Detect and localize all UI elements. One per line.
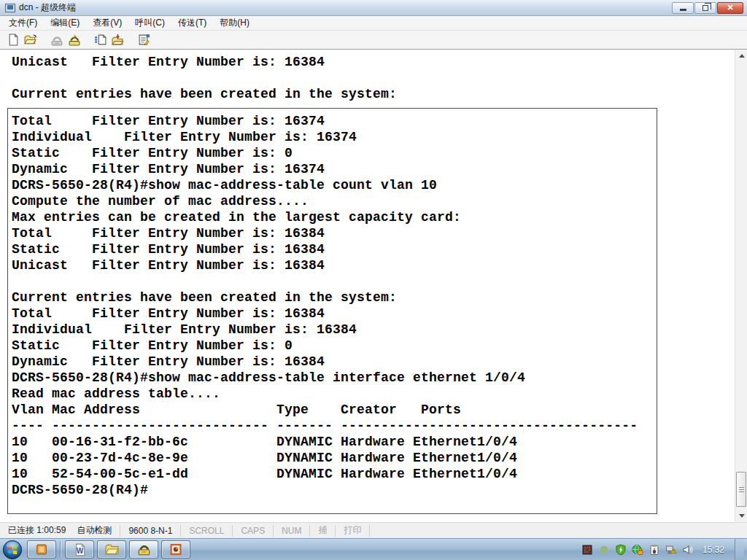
system-tray: ! 15:32 xyxy=(581,539,747,560)
terminal-line: 10 00-23-7d-4c-8e-9e DYNAMIC Hardware Et… xyxy=(12,450,657,466)
word-icon: W xyxy=(73,543,86,556)
scrollbar-thumb[interactable] xyxy=(736,472,746,507)
terminal-line: Dynamic Filter Entry Number is: 16374 xyxy=(12,161,657,177)
windows-logo-icon xyxy=(2,540,23,560)
terminal-line: Total Filter Entry Number is: 16384 xyxy=(12,306,657,322)
status-caps: CAPS xyxy=(233,525,274,537)
status-capture: 捕 xyxy=(310,525,336,537)
menu-bar: 文件(F) 编辑(E) 查看(V) 呼叫(C) 传送(T) 帮助(H) xyxy=(0,16,747,31)
terminal-line: Static Filter Entry Number is: 16384 xyxy=(12,241,657,257)
properties-button[interactable] xyxy=(136,32,153,48)
terminal-scrollback: Unicast Filter Entry Number is: 16384 Cu… xyxy=(12,54,397,102)
clipboard-plug-icon[interactable] xyxy=(649,544,660,556)
open-button[interactable] xyxy=(22,32,39,48)
hyperterminal-icon xyxy=(5,4,15,12)
terminal-line: DCRS-5650-28(R4)# xyxy=(12,482,657,498)
menu-transfer[interactable]: 传送(T) xyxy=(171,15,213,31)
taskbar: W ! 15:32 xyxy=(0,538,747,560)
menu-view[interactable]: 查看(V) xyxy=(86,15,128,31)
orange-app-icon xyxy=(35,543,48,556)
minimize-icon xyxy=(680,9,686,11)
vm-grid-icon[interactable] xyxy=(581,544,593,556)
terminal-line: ---- --------------------------- -------… xyxy=(12,418,657,434)
hyperterminal-phone-icon xyxy=(137,543,151,556)
menu-call[interactable]: 呼叫(C) xyxy=(128,15,171,31)
terminal-line: Compute the number of mac address.... xyxy=(12,193,657,209)
terminal-line: Current entries have been created in the… xyxy=(12,289,657,306)
terminal-line: Individual Filter Entry Number is: 16374 xyxy=(12,129,657,145)
terminal-line: Dynamic Filter Entry Number is: 16384 xyxy=(12,354,657,370)
terminal-line: Unicast Filter Entry Number is: 16384 xyxy=(12,54,397,70)
taskbar-button-word[interactable]: W xyxy=(65,540,94,559)
restore-icon xyxy=(703,5,708,11)
terminal-line: 10 52-54-00-5c-e1-dd DYNAMIC Hardware Et… xyxy=(12,466,657,482)
close-icon: ✕ xyxy=(727,3,733,12)
restore-button[interactable] xyxy=(694,2,716,14)
volume-icon[interactable] xyxy=(682,544,694,556)
globe-lock-icon[interactable] xyxy=(632,544,643,556)
start-button[interactable] xyxy=(2,540,23,560)
send-file-button[interactable] xyxy=(92,32,109,48)
status-num: NUM xyxy=(274,525,310,537)
status-bar: 已连接 1:00:59 自动检测 9600 8-N-1 SCROLL CAPS … xyxy=(0,522,747,538)
close-button[interactable]: ✕ xyxy=(717,2,743,14)
terminal-line: Static Filter Entry Number is: 0 xyxy=(12,145,657,161)
call-phone-icon xyxy=(50,34,63,46)
menu-help[interactable]: 帮助(H) xyxy=(213,15,256,31)
terminal-line: Max entries can be created in the larges… xyxy=(12,209,657,225)
vertical-scrollbar[interactable] xyxy=(735,50,747,522)
taskbar-button-presentation[interactable] xyxy=(161,540,190,559)
scroll-up-arrow-icon[interactable] xyxy=(735,50,747,62)
terminal-line: Vlan Mac Address Type Creator Ports xyxy=(12,402,657,418)
presentation-app-icon xyxy=(169,543,182,556)
network-warning-icon[interactable]: ! xyxy=(665,544,677,556)
terminal-line: Read mac address table.... xyxy=(12,386,657,402)
explorer-folder-icon xyxy=(105,543,119,556)
toolbar xyxy=(0,31,747,50)
show-desktop-button[interactable] xyxy=(735,539,744,560)
terminal-area[interactable]: Unicast Filter Entry Number is: 16384 Cu… xyxy=(0,50,747,522)
svg-text:!: ! xyxy=(673,548,675,553)
terminal-line: Total Filter Entry Number is: 16384 xyxy=(12,225,657,241)
taskbar-button-hyperterminal[interactable] xyxy=(129,540,158,559)
status-scroll: SCROLL xyxy=(181,525,233,537)
call-button[interactable] xyxy=(48,32,66,48)
new-document-icon xyxy=(7,34,20,46)
terminal-line: Current entries have been created in the… xyxy=(12,86,397,102)
status-emulation: 自动检测 xyxy=(69,525,120,537)
security-shield-icon[interactable] xyxy=(615,544,627,556)
menu-file[interactable]: 文件(F) xyxy=(2,15,44,31)
terminal-line: Unicast Filter Entry Number is: 16384 xyxy=(12,257,657,273)
window-title: dcn - 超级终端 xyxy=(19,1,76,14)
receive-file-icon xyxy=(112,34,125,46)
taskbar-separator xyxy=(60,541,61,559)
receive-file-button[interactable] xyxy=(109,32,127,48)
terminal-line: Static Filter Entry Number is: 0 xyxy=(12,338,657,354)
terminal-line: DCRS-5650-28(R4)#show mac-address-table … xyxy=(12,370,657,386)
status-baud: 9600 8-N-1 xyxy=(120,525,181,537)
hangup-button[interactable] xyxy=(66,32,83,48)
terminal-screen: Total Filter Entry Number is: 16374Indiv… xyxy=(7,108,657,514)
green-status-icon[interactable] xyxy=(598,544,610,556)
hangup-phone-icon xyxy=(68,34,81,46)
hyperterminal-window: dcn - 超级终端 ✕ 文件(F) 编辑(E) 查看(V) 呼叫(C) 传送(… xyxy=(0,0,747,538)
taskbar-button-app1[interactable] xyxy=(27,540,56,559)
terminal-line: Individual Filter Entry Number is: 16384 xyxy=(12,322,657,338)
send-file-icon xyxy=(94,34,107,46)
svg-text:W: W xyxy=(77,547,84,555)
scroll-down-arrow-icon[interactable] xyxy=(735,510,747,522)
status-print: 打印 xyxy=(336,525,370,537)
title-bar: dcn - 超级终端 ✕ xyxy=(0,0,747,16)
terminal-line: 10 00-16-31-f2-bb-6c DYNAMIC Hardware Et… xyxy=(12,434,657,450)
taskbar-button-explorer[interactable] xyxy=(97,540,126,559)
terminal-line: DCRS-5650-28(R4)#show mac-address-table … xyxy=(12,177,657,193)
status-connected: 已连接 1:00:59 xyxy=(0,525,69,537)
terminal-line xyxy=(12,273,657,289)
terminal-line xyxy=(12,70,397,86)
taskbar-clock[interactable]: 15:32 xyxy=(703,545,724,555)
minimize-button[interactable] xyxy=(672,2,694,14)
properties-icon xyxy=(138,34,151,46)
new-connection-button[interactable] xyxy=(4,32,22,48)
menu-edit[interactable]: 编辑(E) xyxy=(44,15,86,31)
terminal-line: Total Filter Entry Number is: 16374 xyxy=(12,113,657,129)
